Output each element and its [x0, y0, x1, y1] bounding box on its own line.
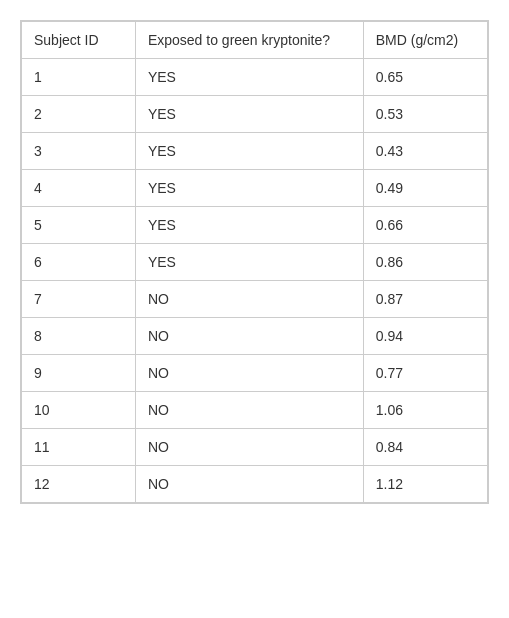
table-header-row: Subject ID Exposed to green kryptonite? …: [22, 22, 488, 59]
table-row: 4YES0.49: [22, 170, 488, 207]
cell-bmd: 0.49: [363, 170, 487, 207]
cell-bmd: 0.94: [363, 318, 487, 355]
cell-bmd: 1.06: [363, 392, 487, 429]
cell-exposed: YES: [135, 96, 363, 133]
cell-bmd: 0.66: [363, 207, 487, 244]
cell-subject-id: 3: [22, 133, 136, 170]
table-row: 3YES0.43: [22, 133, 488, 170]
table-row: 2YES0.53: [22, 96, 488, 133]
cell-exposed: NO: [135, 392, 363, 429]
table-row: 6YES0.86: [22, 244, 488, 281]
cell-exposed: NO: [135, 281, 363, 318]
cell-bmd: 0.87: [363, 281, 487, 318]
cell-subject-id: 1: [22, 59, 136, 96]
table-row: 5YES0.66: [22, 207, 488, 244]
cell-exposed: NO: [135, 429, 363, 466]
table-row: 1YES0.65: [22, 59, 488, 96]
table-row: 7NO0.87: [22, 281, 488, 318]
cell-exposed: NO: [135, 355, 363, 392]
cell-exposed: NO: [135, 466, 363, 503]
cell-subject-id: 10: [22, 392, 136, 429]
table-row: 12NO1.12: [22, 466, 488, 503]
cell-subject-id: 4: [22, 170, 136, 207]
table-row: 8NO0.94: [22, 318, 488, 355]
cell-exposed: YES: [135, 244, 363, 281]
cell-bmd: 1.12: [363, 466, 487, 503]
cell-exposed: YES: [135, 133, 363, 170]
data-table: Subject ID Exposed to green kryptonite? …: [20, 20, 489, 504]
cell-bmd: 0.65: [363, 59, 487, 96]
header-subject-id: Subject ID: [22, 22, 136, 59]
cell-subject-id: 11: [22, 429, 136, 466]
cell-bmd: 0.84: [363, 429, 487, 466]
header-exposed: Exposed to green kryptonite?: [135, 22, 363, 59]
cell-bmd: 0.43: [363, 133, 487, 170]
cell-exposed: YES: [135, 59, 363, 96]
cell-subject-id: 9: [22, 355, 136, 392]
cell-exposed: NO: [135, 318, 363, 355]
cell-bmd: 0.86: [363, 244, 487, 281]
cell-subject-id: 8: [22, 318, 136, 355]
cell-exposed: YES: [135, 170, 363, 207]
cell-subject-id: 2: [22, 96, 136, 133]
cell-subject-id: 7: [22, 281, 136, 318]
table-row: 10NO1.06: [22, 392, 488, 429]
cell-subject-id: 5: [22, 207, 136, 244]
table-row: 11NO0.84: [22, 429, 488, 466]
cell-subject-id: 6: [22, 244, 136, 281]
cell-exposed: YES: [135, 207, 363, 244]
header-bmd: BMD (g/cm2): [363, 22, 487, 59]
cell-bmd: 0.53: [363, 96, 487, 133]
table-row: 9NO0.77: [22, 355, 488, 392]
cell-bmd: 0.77: [363, 355, 487, 392]
cell-subject-id: 12: [22, 466, 136, 503]
